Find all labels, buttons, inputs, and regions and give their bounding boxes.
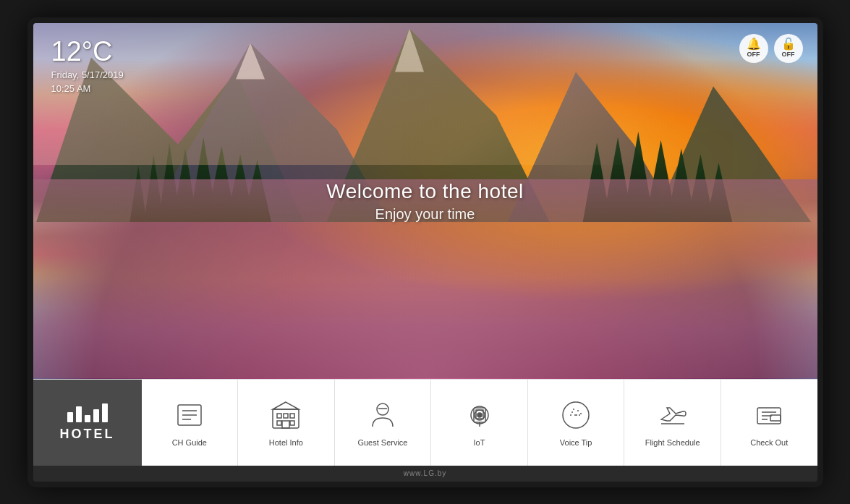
lock-button[interactable]: 🔓 OFF xyxy=(774,34,803,63)
date-display: Friday, 5/17/2019 10:25 AM xyxy=(51,68,124,96)
menu-item-voice-tip[interactable]: Voice Tip xyxy=(528,380,625,466)
guest-service-label: Guest Service xyxy=(357,438,407,447)
bar-2 xyxy=(76,406,82,422)
bar-5 xyxy=(102,403,108,422)
hotel-logo: HOTEL xyxy=(33,380,142,466)
screen: 12°C Friday, 5/17/2019 10:25 AM 🔔 OFF 🔓 … xyxy=(33,23,817,379)
svg-rect-32 xyxy=(282,421,289,428)
bar-4 xyxy=(93,409,99,422)
svg-rect-27 xyxy=(277,414,281,418)
lg-brand: www.LG.by xyxy=(404,469,447,477)
iot-label: IoT xyxy=(474,438,485,447)
svg-marker-33 xyxy=(273,402,299,409)
menu-item-iot[interactable]: IoT xyxy=(431,380,528,466)
svg-point-39 xyxy=(477,413,482,417)
weather-info: 12°C Friday, 5/17/2019 10:25 AM xyxy=(51,38,124,96)
check-out-icon xyxy=(752,398,786,432)
dnd-button[interactable]: 🔔 OFF xyxy=(739,34,768,63)
welcome-title: Welcome to the hotel xyxy=(326,179,524,202)
svg-rect-28 xyxy=(284,414,288,418)
welcome-text: Welcome to the hotel Enjoy your time xyxy=(326,179,524,222)
bar-1 xyxy=(67,412,73,422)
svg-rect-30 xyxy=(277,421,281,425)
bottom-bar: HOTEL CH Guide xyxy=(33,379,817,466)
menu-item-guest-service[interactable]: Guest Service xyxy=(335,380,432,466)
guest-service-icon xyxy=(365,398,400,432)
voice-tip-icon xyxy=(558,398,593,432)
tv-bottom-bezel: www.LG.by xyxy=(33,466,817,482)
ch-guide-label: CH Guide xyxy=(172,438,207,447)
menu-item-ch-guide[interactable]: CH Guide xyxy=(142,380,239,466)
check-out-label: Check Out xyxy=(750,438,788,447)
svg-rect-31 xyxy=(290,421,294,425)
hotel-label: HOTEL xyxy=(60,427,115,442)
lock-icon: 🔓 xyxy=(781,38,796,50)
svg-point-34 xyxy=(377,403,388,415)
lock-label: OFF xyxy=(782,51,795,58)
svg-rect-55 xyxy=(770,415,781,421)
voice-tip-label: Voice Tip xyxy=(560,438,592,447)
ch-guide-icon xyxy=(172,398,207,432)
menu-item-flight-schedule[interactable]: Flight Schedule xyxy=(624,380,721,466)
hotel-info-label: Hotel Info xyxy=(269,438,303,447)
cloud-overlay xyxy=(33,23,817,166)
hotel-bars-icon xyxy=(67,403,108,422)
menu-item-check-out[interactable]: Check Out xyxy=(721,380,817,466)
menu-items: CH Guide Hotel Info xyxy=(142,380,817,466)
dnd-label: OFF xyxy=(747,51,760,58)
hotel-info-icon xyxy=(268,398,303,432)
flight-schedule-icon xyxy=(655,398,690,432)
svg-rect-29 xyxy=(290,414,294,418)
welcome-subtitle: Enjoy your time xyxy=(326,205,524,222)
dnd-icon: 🔔 xyxy=(747,38,761,50)
menu-item-hotel-info[interactable]: Hotel Info xyxy=(238,380,335,466)
temperature-display: 12°C xyxy=(51,38,124,65)
iot-icon xyxy=(462,398,497,432)
top-controls: 🔔 OFF 🔓 OFF xyxy=(739,34,803,63)
tv-frame: 12°C Friday, 5/17/2019 10:25 AM 🔔 OFF 🔓 … xyxy=(27,17,823,487)
bar-3 xyxy=(85,415,90,422)
flight-schedule-label: Flight Schedule xyxy=(645,438,700,447)
